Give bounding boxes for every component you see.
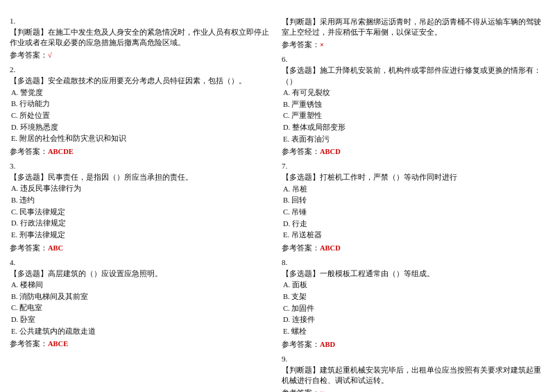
question-option: D. 连接件 [282,315,545,325]
question-option: B. 消防电梯间及其前室 [10,292,273,302]
question-number: 3. [10,162,273,170]
question-block: 1.【判断题】在施工中发生危及人身安全的紧急情况时，作业人员有权立即停止作业或者… [10,17,273,60]
question-text: 【多选题】民事责任，是指因（）所应当承担的责任。 [10,172,273,182]
question-text: 【判断题】采用两耳吊索捆绑运沥青时，吊起的沥青桶不得从运输车辆的驾驶室上空经过，… [282,17,545,37]
question-option: D. 卧室 [10,315,273,325]
question-option: A. 吊桩 [282,185,545,195]
question-text: 【多选题】一般模板工程通常由（）等组成。 [282,269,545,279]
question-option: C. 配电室 [10,303,273,314]
question-text: 【多选题】安全疏散技术的应用要充分考虑人员特征因素，包括（）。 [10,76,273,86]
question-block: 2.【多选题】安全疏散技术的应用要充分考虑人员特征因素，包括（）。A. 警觉度B… [10,65,273,157]
question-option: E. 刑事法律规定 [10,230,273,241]
answer-value: ABD [320,341,335,348]
answer-line: 参考答案：ABCDE [10,147,273,157]
question-option: C. 民事法律规定 [10,207,273,218]
question-option: C. 严重塑性 [282,111,545,121]
question-block: 【判断题】采用两耳吊索捆绑运沥青时，吊起的沥青桶不得从运输车辆的驾驶室上空经过，… [282,17,545,50]
answer-label: 参考答案： [10,244,48,252]
question-option: D. 行政法律规定 [10,219,273,229]
question-option: A. 违反民事法律行为 [10,184,273,194]
answer-line: 参考答案：ABD [282,340,545,350]
question-option: E. 吊送桩器 [282,230,545,241]
question-option: D. 行走 [282,219,545,230]
answer-label: 参考答案： [10,148,48,155]
answer-label: 参考答案： [282,341,320,348]
question-number: 6. [282,55,545,63]
question-block: 6.【多选题】施工升降机安装前，机构件或零部件应进行修复或更换的情形有：（）A.… [282,55,545,157]
answer-label: 参考答案： [282,41,320,49]
question-number: 7. [282,162,545,170]
question-option: E. 附居的社会性和防灾意识和知识 [10,134,273,144]
question-option: E. 公共建筑内的疏散走道 [10,327,273,337]
answer-value: × [320,389,324,392]
question-text: 【判断题】建筑起重机械安装完毕后，出租单位应当按照有关要求对建筑起重机械进行自检… [282,365,545,386]
question-block: 9.【判断题】建筑起重机械安装完毕后，出租单位应当按照有关要求对建筑起重机械进行… [282,355,545,392]
question-option: A. 警觉度 [10,88,273,99]
answer-value: × [320,41,324,49]
question-option: A. 楼梯间 [10,280,273,291]
answer-label: 参考答案： [282,244,320,252]
question-option: E. 螺栓 [282,327,545,337]
question-number: 9. [282,355,545,363]
question-option: C. 吊锤 [282,207,545,218]
question-option: A. 有可见裂纹 [282,88,545,99]
question-option: A. 面板 [282,280,545,291]
question-block: 7.【多选题】打桩机工作时，严禁（）等动作同时进行A. 吊桩B. 回转C. 吊锤… [282,162,545,253]
answer-value: ABCDE [48,148,74,155]
answer-value: ABCD [320,244,341,252]
answer-line: 参考答案：× [282,389,545,392]
question-option: C. 加固件 [282,304,545,314]
answer-line: 参考答案：× [282,40,545,50]
question-block: 4.【多选题】高层建筑的（）应设置应急照明。A. 楼梯间B. 消防电梯间及其前室… [10,258,273,350]
answer-label: 参考答案： [282,148,320,155]
question-text: 【多选题】施工升降机安装前，机构件或零部件应进行修复或更换的情形有：（） [282,65,545,86]
left-column: 1.【判断题】在施工中发生危及人身安全的紧急情况时，作业人员有权立即停止作业或者… [10,17,273,392]
question-number: 1. [10,17,273,25]
question-option: B. 严重锈蚀 [282,100,545,110]
answer-label: 参考答案： [10,51,48,59]
question-block: 8.【多选题】一般模板工程通常由（）等组成。A. 面板B. 支架C. 加固件D.… [282,258,545,350]
answer-label: 参考答案： [282,389,320,392]
question-number: 2. [10,65,273,74]
answer-value: √ [48,51,52,59]
question-option: D. 整体或局部变形 [282,123,545,133]
question-option: B. 支架 [282,292,545,302]
question-option: B. 行动能力 [10,99,273,110]
question-option: B. 回转 [282,196,545,206]
answer-value: ABC [48,244,63,252]
answer-line: 参考答案：ABCE [10,339,273,349]
question-option: D. 环境熟悉度 [10,123,273,133]
question-block: 3.【多选题】民事责任，是指因（）所应当承担的责任。A. 违反民事法律行为B. … [10,162,273,253]
answer-value: ABCE [48,340,68,348]
answer-value: ABCD [320,148,341,155]
question-number: 4. [10,258,273,266]
right-column: 【判断题】采用两耳吊索捆绑运沥青时，吊起的沥青桶不得从运输车辆的驾驶室上空经过，… [282,17,545,392]
answer-line: 参考答案：ABC [10,244,273,253]
question-number: 8. [282,258,545,266]
answer-label: 参考答案： [10,340,48,348]
question-option: C. 所处位置 [10,111,273,121]
question-text: 【判断题】在施工中发生危及人身安全的紧急情况时，作业人员有权立即停止作业或者在采… [10,27,273,48]
page: 1.【判断题】在施工中发生危及人身安全的紧急情况时，作业人员有权立即停止作业或者… [0,0,555,392]
answer-line: 参考答案：ABCD [282,244,545,253]
answer-line: 参考答案：ABCD [282,147,545,157]
answer-line: 参考答案：√ [10,51,273,60]
question-text: 【多选题】高层建筑的（）应设置应急照明。 [10,269,273,279]
question-option: B. 违约 [10,196,273,206]
content-area: 1.【判断题】在施工中发生危及人身安全的紧急情况时，作业人员有权立即停止作业或者… [10,17,545,392]
question-option: E. 表面有油污 [282,135,545,145]
question-text: 【多选题】打桩机工作时，严禁（）等动作同时进行 [282,172,545,182]
